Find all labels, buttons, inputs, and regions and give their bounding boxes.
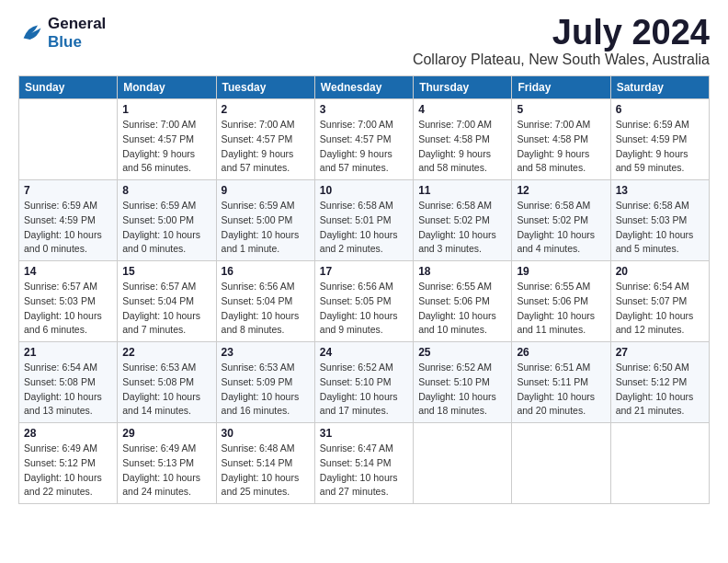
day-info: Sunrise: 6:56 AMSunset: 5:05 PMDaylight:…	[320, 280, 408, 338]
day-info: Sunrise: 6:50 AMSunset: 5:12 PMDaylight:…	[616, 361, 704, 419]
day-info: Sunrise: 6:49 AMSunset: 5:13 PMDaylight:…	[122, 442, 210, 500]
day-info: Sunrise: 6:53 AMSunset: 5:09 PMDaylight:…	[222, 361, 310, 419]
day-info: Sunrise: 6:52 AMSunset: 5:10 PMDaylight:…	[320, 361, 408, 419]
day-info: Sunrise: 6:55 AMSunset: 5:06 PMDaylight:…	[517, 280, 605, 338]
calendar-cell: 14Sunrise: 6:57 AMSunset: 5:03 PMDayligh…	[19, 261, 118, 342]
calendar-cell	[512, 423, 610, 504]
calendar-cell	[610, 423, 709, 504]
day-number: 29	[122, 427, 210, 440]
logo: General Blue	[18, 15, 106, 51]
day-info: Sunrise: 7:00 AMSunset: 4:57 PMDaylight:…	[122, 118, 210, 176]
day-info: Sunrise: 6:56 AMSunset: 5:04 PMDaylight:…	[222, 280, 310, 338]
weekday-header: Thursday	[414, 76, 512, 99]
calendar-cell: 10Sunrise: 6:58 AMSunset: 5:01 PMDayligh…	[314, 180, 413, 261]
calendar-cell: 16Sunrise: 6:56 AMSunset: 5:04 PMDayligh…	[216, 261, 314, 342]
calendar-cell: 9Sunrise: 6:59 AMSunset: 5:00 PMDaylight…	[216, 180, 314, 261]
calendar-cell: 12Sunrise: 6:58 AMSunset: 5:02 PMDayligh…	[512, 180, 610, 261]
calendar-cell: 11Sunrise: 6:58 AMSunset: 5:02 PMDayligh…	[414, 180, 512, 261]
calendar-cell: 31Sunrise: 6:47 AMSunset: 5:14 PMDayligh…	[314, 423, 413, 504]
calendar-week-row: 14Sunrise: 6:57 AMSunset: 5:03 PMDayligh…	[19, 261, 710, 342]
day-number: 18	[418, 265, 506, 278]
month-title: July 2024	[413, 15, 710, 50]
day-info: Sunrise: 6:59 AMSunset: 5:00 PMDaylight:…	[122, 199, 210, 257]
day-number: 24	[320, 346, 408, 359]
calendar-week-row: 7Sunrise: 6:59 AMSunset: 4:59 PMDaylight…	[19, 180, 710, 261]
calendar-week-row: 21Sunrise: 6:54 AMSunset: 5:08 PMDayligh…	[19, 342, 710, 423]
day-info: Sunrise: 6:58 AMSunset: 5:03 PMDaylight:…	[616, 199, 704, 257]
calendar-cell: 25Sunrise: 6:52 AMSunset: 5:10 PMDayligh…	[414, 342, 512, 423]
weekday-header: Friday	[512, 76, 610, 99]
calendar-cell: 13Sunrise: 6:58 AMSunset: 5:03 PMDayligh…	[610, 180, 709, 261]
day-number: 17	[320, 265, 408, 278]
calendar-cell: 27Sunrise: 6:50 AMSunset: 5:12 PMDayligh…	[610, 342, 709, 423]
weekday-header: Monday	[118, 76, 216, 99]
day-number: 28	[24, 427, 112, 440]
calendar-cell: 26Sunrise: 6:51 AMSunset: 5:11 PMDayligh…	[512, 342, 610, 423]
day-number: 25	[418, 346, 506, 359]
day-number: 19	[517, 265, 605, 278]
calendar-cell: 19Sunrise: 6:55 AMSunset: 5:06 PMDayligh…	[512, 261, 610, 342]
day-number: 11	[418, 184, 506, 197]
day-number: 30	[222, 427, 310, 440]
day-info: Sunrise: 6:59 AMSunset: 4:59 PMDaylight:…	[24, 199, 112, 257]
day-number: 14	[24, 265, 112, 278]
day-info: Sunrise: 6:55 AMSunset: 5:06 PMDaylight:…	[418, 280, 506, 338]
calendar-cell: 8Sunrise: 6:59 AMSunset: 5:00 PMDaylight…	[118, 180, 216, 261]
day-number: 21	[24, 346, 112, 359]
day-info: Sunrise: 6:57 AMSunset: 5:04 PMDaylight:…	[122, 280, 210, 338]
day-info: Sunrise: 6:48 AMSunset: 5:14 PMDaylight:…	[222, 442, 310, 500]
page-header: General Blue July 2024 Collaroy Plateau,…	[18, 15, 710, 68]
day-number: 1	[122, 103, 210, 116]
day-info: Sunrise: 6:54 AMSunset: 5:08 PMDaylight:…	[24, 361, 112, 419]
day-number: 9	[222, 184, 310, 197]
day-number: 4	[418, 103, 506, 116]
day-number: 20	[616, 265, 704, 278]
day-info: Sunrise: 7:00 AMSunset: 4:58 PMDaylight:…	[517, 118, 605, 176]
day-info: Sunrise: 7:00 AMSunset: 4:57 PMDaylight:…	[222, 118, 310, 176]
day-number: 3	[320, 103, 408, 116]
calendar-table: SundayMondayTuesdayWednesdayThursdayFrid…	[18, 75, 710, 504]
calendar-week-row: 28Sunrise: 6:49 AMSunset: 5:12 PMDayligh…	[19, 423, 710, 504]
day-number: 8	[122, 184, 210, 197]
day-number: 6	[616, 103, 704, 116]
day-number: 13	[616, 184, 704, 197]
day-info: Sunrise: 7:00 AMSunset: 4:58 PMDaylight:…	[418, 118, 506, 176]
day-number: 5	[517, 103, 605, 116]
day-number: 27	[616, 346, 704, 359]
calendar-cell: 3Sunrise: 7:00 AMSunset: 4:57 PMDaylight…	[314, 99, 413, 180]
logo-icon	[18, 20, 44, 46]
calendar-cell: 2Sunrise: 7:00 AMSunset: 4:57 PMDaylight…	[216, 99, 314, 180]
calendar-cell: 21Sunrise: 6:54 AMSunset: 5:08 PMDayligh…	[19, 342, 118, 423]
day-number: 12	[517, 184, 605, 197]
day-info: Sunrise: 6:49 AMSunset: 5:12 PMDaylight:…	[24, 442, 112, 500]
day-info: Sunrise: 6:57 AMSunset: 5:03 PMDaylight:…	[24, 280, 112, 338]
day-info: Sunrise: 7:00 AMSunset: 4:57 PMDaylight:…	[320, 118, 408, 176]
calendar-cell: 5Sunrise: 7:00 AMSunset: 4:58 PMDaylight…	[512, 99, 610, 180]
day-info: Sunrise: 6:53 AMSunset: 5:08 PMDaylight:…	[122, 361, 210, 419]
day-info: Sunrise: 6:58 AMSunset: 5:02 PMDaylight:…	[517, 199, 605, 257]
day-info: Sunrise: 6:54 AMSunset: 5:07 PMDaylight:…	[616, 280, 704, 338]
day-info: Sunrise: 6:59 AMSunset: 4:59 PMDaylight:…	[616, 118, 704, 176]
calendar-cell: 23Sunrise: 6:53 AMSunset: 5:09 PMDayligh…	[216, 342, 314, 423]
day-info: Sunrise: 6:59 AMSunset: 5:00 PMDaylight:…	[222, 199, 310, 257]
day-number: 2	[222, 103, 310, 116]
day-number: 10	[320, 184, 408, 197]
weekday-header-row: SundayMondayTuesdayWednesdayThursdayFrid…	[19, 76, 710, 99]
day-info: Sunrise: 6:58 AMSunset: 5:02 PMDaylight:…	[418, 199, 506, 257]
calendar-cell	[414, 423, 512, 504]
calendar-cell: 22Sunrise: 6:53 AMSunset: 5:08 PMDayligh…	[118, 342, 216, 423]
calendar-cell: 18Sunrise: 6:55 AMSunset: 5:06 PMDayligh…	[414, 261, 512, 342]
calendar-cell: 29Sunrise: 6:49 AMSunset: 5:13 PMDayligh…	[118, 423, 216, 504]
weekday-header: Sunday	[19, 76, 118, 99]
day-info: Sunrise: 6:58 AMSunset: 5:01 PMDaylight:…	[320, 199, 408, 257]
day-number: 16	[222, 265, 310, 278]
day-info: Sunrise: 6:52 AMSunset: 5:10 PMDaylight:…	[418, 361, 506, 419]
day-number: 31	[320, 427, 408, 440]
calendar-cell: 30Sunrise: 6:48 AMSunset: 5:14 PMDayligh…	[216, 423, 314, 504]
calendar-cell: 15Sunrise: 6:57 AMSunset: 5:04 PMDayligh…	[118, 261, 216, 342]
calendar-cell	[19, 99, 118, 180]
calendar-cell: 24Sunrise: 6:52 AMSunset: 5:10 PMDayligh…	[314, 342, 413, 423]
calendar-cell: 1Sunrise: 7:00 AMSunset: 4:57 PMDaylight…	[118, 99, 216, 180]
calendar-cell: 6Sunrise: 6:59 AMSunset: 4:59 PMDaylight…	[610, 99, 709, 180]
day-number: 7	[24, 184, 112, 197]
